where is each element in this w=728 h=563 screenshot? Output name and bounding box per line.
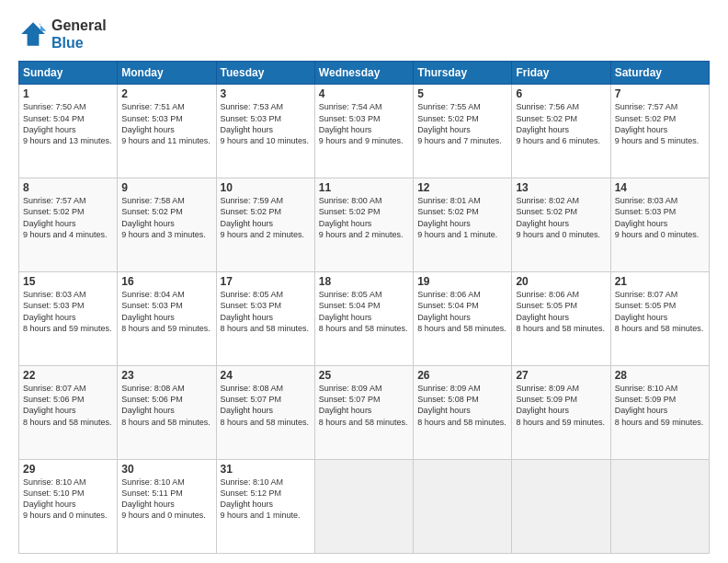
- day-number: 6: [516, 87, 606, 100]
- day-number: 26: [417, 369, 507, 382]
- day-number: 14: [615, 181, 705, 194]
- day-number: 17: [221, 275, 311, 288]
- day-info: Sunrise: 8:05 AM Sunset: 5:03 PM Dayligh…: [221, 289, 311, 334]
- calendar-header: SundayMondayTuesdayWednesdayThursdayFrid…: [19, 62, 710, 85]
- calendar-cell: 6 Sunrise: 7:56 AM Sunset: 5:02 PM Dayli…: [512, 85, 610, 178]
- day-number: 30: [121, 463, 211, 476]
- day-info: Sunrise: 8:03 AM Sunset: 5:03 PM Dayligh…: [615, 195, 705, 240]
- calendar-week-1: 1 Sunrise: 7:50 AM Sunset: 5:04 PM Dayli…: [19, 85, 710, 178]
- day-info: Sunrise: 8:10 AM Sunset: 5:10 PM Dayligh…: [23, 477, 113, 522]
- logo-general: General: [51, 17, 107, 34]
- day-number: 12: [417, 181, 507, 194]
- day-number: 19: [417, 275, 507, 288]
- weekday-header-wednesday: Wednesday: [314, 62, 413, 85]
- calendar-cell: 14 Sunrise: 8:03 AM Sunset: 5:03 PM Dayl…: [610, 178, 709, 272]
- day-number: 15: [23, 275, 113, 288]
- day-info: Sunrise: 8:08 AM Sunset: 5:06 PM Dayligh…: [121, 383, 211, 428]
- day-number: 4: [319, 87, 409, 100]
- day-number: 10: [221, 181, 311, 194]
- day-info: Sunrise: 8:10 AM Sunset: 5:11 PM Dayligh…: [121, 477, 211, 522]
- calendar-cell: 24 Sunrise: 8:08 AM Sunset: 5:07 PM Dayl…: [216, 366, 314, 460]
- calendar-cell: 22 Sunrise: 8:07 AM Sunset: 5:06 PM Dayl…: [19, 366, 118, 460]
- calendar-cell: 16 Sunrise: 8:04 AM Sunset: 5:03 PM Dayl…: [118, 272, 216, 366]
- day-number: 29: [23, 463, 113, 476]
- day-info: Sunrise: 8:09 AM Sunset: 5:07 PM Dayligh…: [319, 383, 409, 428]
- calendar-cell: 7 Sunrise: 7:57 AM Sunset: 5:02 PM Dayli…: [610, 85, 709, 178]
- day-number: 22: [23, 369, 113, 382]
- calendar-cell: 9 Sunrise: 7:58 AM Sunset: 5:02 PM Dayli…: [118, 178, 216, 272]
- day-number: 23: [121, 369, 211, 382]
- day-number: 3: [221, 87, 311, 100]
- weekday-header-friday: Friday: [512, 62, 610, 85]
- day-info: Sunrise: 7:56 AM Sunset: 5:02 PM Dayligh…: [516, 101, 606, 146]
- day-number: 20: [516, 275, 606, 288]
- day-number: 7: [615, 87, 705, 100]
- day-number: 2: [121, 87, 211, 100]
- calendar-cell: 23 Sunrise: 8:08 AM Sunset: 5:06 PM Dayl…: [118, 366, 216, 460]
- calendar-cell: 28 Sunrise: 8:10 AM Sunset: 5:09 PM Dayl…: [610, 366, 709, 460]
- day-info: Sunrise: 8:09 AM Sunset: 5:08 PM Dayligh…: [417, 383, 507, 428]
- calendar-table: SundayMondayTuesdayWednesdayThursdayFrid…: [18, 61, 710, 554]
- day-info: Sunrise: 7:55 AM Sunset: 5:02 PM Dayligh…: [417, 101, 507, 146]
- header: General Blue: [18, 17, 710, 52]
- day-info: Sunrise: 8:06 AM Sunset: 5:04 PM Dayligh…: [417, 289, 507, 334]
- calendar-cell: 27 Sunrise: 8:09 AM Sunset: 5:09 PM Dayl…: [512, 366, 610, 460]
- weekday-header-sunday: Sunday: [19, 62, 118, 85]
- calendar-week-3: 15 Sunrise: 8:03 AM Sunset: 5:03 PM Dayl…: [19, 272, 710, 366]
- calendar-cell: 3 Sunrise: 7:53 AM Sunset: 5:03 PM Dayli…: [216, 85, 314, 178]
- day-info: Sunrise: 8:02 AM Sunset: 5:02 PM Dayligh…: [516, 195, 606, 240]
- day-info: Sunrise: 8:07 AM Sunset: 5:05 PM Dayligh…: [615, 289, 705, 334]
- calendar-cell: [414, 460, 512, 554]
- day-number: 21: [615, 275, 705, 288]
- day-info: Sunrise: 8:04 AM Sunset: 5:03 PM Dayligh…: [121, 289, 211, 334]
- calendar-cell: 21 Sunrise: 8:07 AM Sunset: 5:05 PM Dayl…: [610, 272, 709, 366]
- calendar-cell: [512, 460, 610, 554]
- day-info: Sunrise: 8:10 AM Sunset: 5:09 PM Dayligh…: [615, 383, 705, 428]
- weekday-header-thursday: Thursday: [414, 62, 512, 85]
- calendar-week-4: 22 Sunrise: 8:07 AM Sunset: 5:06 PM Dayl…: [19, 366, 710, 460]
- day-info: Sunrise: 8:03 AM Sunset: 5:03 PM Dayligh…: [23, 289, 113, 334]
- calendar-week-5: 29 Sunrise: 8:10 AM Sunset: 5:10 PM Dayl…: [19, 460, 710, 554]
- calendar-cell: 19 Sunrise: 8:06 AM Sunset: 5:04 PM Dayl…: [414, 272, 512, 366]
- day-info: Sunrise: 7:57 AM Sunset: 5:02 PM Dayligh…: [615, 101, 705, 146]
- day-number: 1: [23, 87, 113, 100]
- calendar-cell: 26 Sunrise: 8:09 AM Sunset: 5:08 PM Dayl…: [414, 366, 512, 460]
- day-number: 5: [417, 87, 507, 100]
- day-number: 25: [319, 369, 409, 382]
- calendar-cell: 12 Sunrise: 8:01 AM Sunset: 5:02 PM Dayl…: [414, 178, 512, 272]
- calendar-cell: 18 Sunrise: 8:05 AM Sunset: 5:04 PM Dayl…: [314, 272, 413, 366]
- logo-blue: Blue: [51, 34, 107, 52]
- day-info: Sunrise: 7:51 AM Sunset: 5:03 PM Dayligh…: [121, 101, 211, 146]
- day-number: 9: [121, 181, 211, 194]
- day-info: Sunrise: 8:09 AM Sunset: 5:09 PM Dayligh…: [516, 383, 606, 428]
- day-number: 18: [319, 275, 409, 288]
- page: General Blue SundayMondayTuesdayWednesda…: [0, 0, 728, 563]
- calendar-cell: [610, 460, 709, 554]
- day-info: Sunrise: 8:05 AM Sunset: 5:04 PM Dayligh…: [319, 289, 409, 334]
- calendar-cell: 25 Sunrise: 8:09 AM Sunset: 5:07 PM Dayl…: [314, 366, 413, 460]
- calendar-cell: 20 Sunrise: 8:06 AM Sunset: 5:05 PM Dayl…: [512, 272, 610, 366]
- weekday-header-saturday: Saturday: [610, 62, 709, 85]
- weekday-row: SundayMondayTuesdayWednesdayThursdayFrid…: [19, 62, 710, 85]
- day-info: Sunrise: 7:50 AM Sunset: 5:04 PM Dayligh…: [23, 101, 113, 146]
- day-info: Sunrise: 7:59 AM Sunset: 5:02 PM Dayligh…: [221, 195, 311, 240]
- weekday-header-monday: Monday: [118, 62, 216, 85]
- svg-marker-0: [21, 22, 45, 46]
- calendar-cell: 2 Sunrise: 7:51 AM Sunset: 5:03 PM Dayli…: [118, 85, 216, 178]
- calendar-cell: 5 Sunrise: 7:55 AM Sunset: 5:02 PM Dayli…: [414, 85, 512, 178]
- day-number: 13: [516, 181, 606, 194]
- day-number: 16: [121, 275, 211, 288]
- calendar-cell: 17 Sunrise: 8:05 AM Sunset: 5:03 PM Dayl…: [216, 272, 314, 366]
- calendar-cell: 10 Sunrise: 7:59 AM Sunset: 5:02 PM Dayl…: [216, 178, 314, 272]
- calendar-cell: 15 Sunrise: 8:03 AM Sunset: 5:03 PM Dayl…: [19, 272, 118, 366]
- calendar-week-2: 8 Sunrise: 7:57 AM Sunset: 5:02 PM Dayli…: [19, 178, 710, 272]
- day-info: Sunrise: 7:53 AM Sunset: 5:03 PM Dayligh…: [221, 101, 311, 146]
- calendar-cell: 11 Sunrise: 8:00 AM Sunset: 5:02 PM Dayl…: [314, 178, 413, 272]
- logo-text: General Blue: [51, 17, 107, 52]
- day-number: 27: [516, 369, 606, 382]
- day-info: Sunrise: 7:57 AM Sunset: 5:02 PM Dayligh…: [23, 195, 113, 240]
- day-info: Sunrise: 8:06 AM Sunset: 5:05 PM Dayligh…: [516, 289, 606, 334]
- day-number: 8: [23, 181, 113, 194]
- day-info: Sunrise: 8:07 AM Sunset: 5:06 PM Dayligh…: [23, 383, 113, 428]
- logo: General Blue: [18, 17, 107, 52]
